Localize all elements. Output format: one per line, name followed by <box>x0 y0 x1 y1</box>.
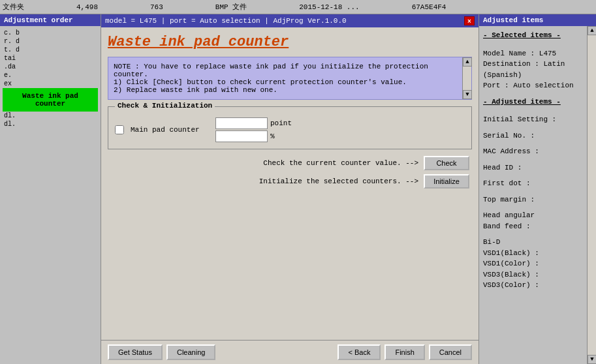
point-input-row: point <box>215 117 292 129</box>
top-margin: Top margin : <box>483 194 592 205</box>
left-sidebar: Adjustment order c. b r. d t. d tai .da … <box>0 14 101 364</box>
waste-ink-pad-counter-sidebar-item[interactable]: Waste ink pad counter <box>3 88 98 112</box>
init-label: Initialize the selected counters. --> <box>259 177 418 185</box>
right-sidebar-content: - Selected items - Model Name : L475 Des… <box>479 26 596 364</box>
sidebar-items-list: c. b r. d t. d tai .da e. ex Waste ink p… <box>0 26 101 364</box>
vsd3-black: VSD3(Black) : <box>483 269 592 281</box>
right-sidebar: Adjusted items - Selected items - Model … <box>478 14 596 364</box>
center-area: model = L475 | port = Auto selection | A… <box>101 14 478 364</box>
main-layout: Adjustment order c. b r. d t. d tai .da … <box>0 14 596 364</box>
page-title: Waste ink pad counter <box>108 34 472 50</box>
right-scroll-track <box>588 35 596 355</box>
close-button[interactable]: × <box>464 16 475 25</box>
sidebar-text-8: dl. <box>3 112 98 120</box>
selected-items-section: - Selected items - Model Name : L475 Des… <box>483 30 592 291</box>
right-scroll-up-btn[interactable]: ▲ <box>588 26 596 35</box>
back-button[interactable]: < Back <box>337 344 381 360</box>
sidebar-text-6: e. <box>3 71 98 80</box>
note-box: NOTE : You have to replace waste ink pad… <box>108 57 472 100</box>
note-scrollbar[interactable]: ▲ ▼ <box>462 57 471 99</box>
sidebar-text-5: .da <box>3 63 98 71</box>
counter-inputs: point % <box>215 117 292 142</box>
get-status-button[interactable]: Get Status <box>108 344 163 360</box>
point-input[interactable] <box>215 117 268 129</box>
vsd1-color: VSD1(Color) : <box>483 258 592 269</box>
cleaning-button[interactable]: Cleaning <box>166 344 215 360</box>
content-panel: Waste ink pad counter NOTE : You have to… <box>101 27 478 340</box>
top-col5: 2015-12-18 ... <box>299 3 359 11</box>
initialize-button[interactable]: Initialize <box>424 174 469 189</box>
check-button[interactable]: Check <box>424 156 469 170</box>
percent-input-row: % <box>215 130 292 142</box>
sidebar-text-3: t. d <box>3 46 98 54</box>
window-title-bar: model = L475 | port = Auto selection | A… <box>101 14 478 27</box>
point-unit: point <box>270 119 292 127</box>
sidebar-text-7: ex <box>3 80 98 88</box>
check-init-box: Check & Initialization Main pad counter … <box>108 106 472 149</box>
main-pad-counter-checkbox[interactable] <box>115 125 124 134</box>
initial-setting: Initial Setting : <box>483 114 592 125</box>
note-line-3: 2) Replace waste ink pad with new one. <box>114 86 466 94</box>
top-col3: 763 <box>150 3 163 11</box>
bottom-nav: Get Status Cleaning < Back Finish Cancel <box>101 340 478 364</box>
adjustment-order-header: Adjustment order <box>0 14 101 26</box>
top-col4: BMP 文件 <box>215 2 247 12</box>
sidebar-text-2: r. d <box>3 37 98 46</box>
scroll-up-btn[interactable]: ▲ <box>463 57 472 67</box>
finish-button[interactable]: Finish <box>384 344 424 360</box>
percent-unit: % <box>270 132 275 140</box>
top-col2: 4,498 <box>76 3 98 11</box>
top-file-bar: 文件夹 4,498 763 BMP 文件 2015-12-18 ... 67A5… <box>0 0 596 14</box>
adjusted-items-header: Adjusted items <box>479 14 596 26</box>
first-dot: First dot : <box>483 178 592 189</box>
check-action-row: Check the current counter value. --> Che… <box>108 156 472 170</box>
sidebar-text-1: c. b <box>3 29 98 37</box>
vsd3-color: VSD3(Color) : <box>483 280 592 291</box>
sidebar-text-4: tai <box>3 54 98 63</box>
check-label: Check the current counter value. --> <box>263 159 418 167</box>
top-col6: 67A5E4F4 <box>412 3 447 11</box>
scroll-track <box>463 67 471 90</box>
port: Port : Auto selection <box>483 80 592 91</box>
init-action-row: Initialize the selected counters. --> In… <box>108 174 472 189</box>
band-feed: Band feed : <box>483 221 592 232</box>
window-title-text: model = L475 | port = Auto selection | A… <box>105 17 347 25</box>
selected-items-title: - Selected items - <box>483 30 592 42</box>
percent-input[interactable] <box>215 130 268 142</box>
bi-d: Bi-D <box>483 237 592 248</box>
right-scroll-down-btn[interactable]: ▼ <box>588 355 596 364</box>
vsd1-black: VSD1(Black) : <box>483 248 592 259</box>
note-line-2: 1) Click [Check] button to check current… <box>114 78 466 86</box>
main-pad-counter-label: Main pad counter <box>131 126 209 134</box>
note-line-1: NOTE : You have to replace waste ink pad… <box>114 63 466 78</box>
destination: Destination : Latin (Spanish) <box>483 59 592 80</box>
cancel-button[interactable]: Cancel <box>429 344 472 360</box>
sidebar-text-9: dl. <box>3 120 98 129</box>
model-name: Model Name : L475 <box>483 48 592 59</box>
right-sidebar-scrollbar[interactable]: ▲ ▼ <box>587 26 596 364</box>
top-folder-label: 文件夹 <box>3 2 24 12</box>
check-init-legend: Check & Initialization <box>115 102 215 110</box>
scroll-down-btn[interactable]: ▼ <box>463 90 472 99</box>
main-pad-counter-row: Main pad counter point % <box>115 117 465 142</box>
serial-no: Serial No. : <box>483 130 592 142</box>
head-id: Head ID : <box>483 162 592 174</box>
adjusted-items-title: - Adjusted items - <box>483 97 592 108</box>
mac-address: MAC Address : <box>483 146 592 157</box>
head-angular: Head angular <box>483 210 592 221</box>
